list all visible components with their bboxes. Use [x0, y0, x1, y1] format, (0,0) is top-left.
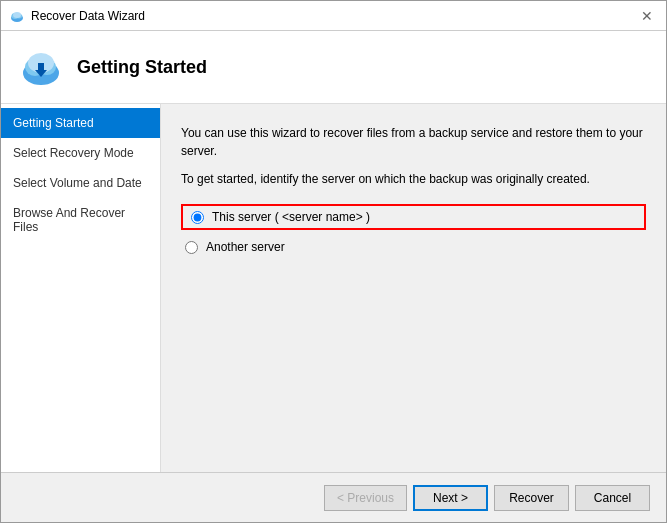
footer: < Previous Next > Recover Cancel	[1, 472, 666, 522]
another-server-label: Another server	[206, 240, 285, 254]
header-section: Getting Started	[1, 31, 666, 104]
previous-button[interactable]: < Previous	[324, 485, 407, 511]
sidebar-item-getting-started[interactable]: Getting Started	[1, 108, 160, 138]
description-1: You can use this wizard to recover files…	[181, 124, 646, 160]
app-icon	[9, 8, 25, 24]
svg-rect-9	[38, 63, 44, 71]
title-bar-left: Recover Data Wizard	[9, 8, 145, 24]
header-icon	[17, 43, 65, 91]
this-server-label: This server ( <server name> )	[212, 210, 370, 224]
svg-point-3	[13, 12, 21, 18]
sidebar-item-recovery-mode[interactable]: Select Recovery Mode	[1, 138, 160, 168]
sidebar: Getting Started Select Recovery Mode Sel…	[1, 104, 161, 472]
main-panel: You can use this wizard to recover files…	[161, 104, 666, 472]
this-server-option-container: This server ( <server name> )	[181, 204, 646, 230]
title-bar: Recover Data Wizard ✕	[1, 1, 666, 31]
recover-button[interactable]: Recover	[494, 485, 569, 511]
wizard-window: Recover Data Wizard ✕ Getting Started Ge…	[0, 0, 667, 523]
another-server-option[interactable]: Another server	[181, 240, 646, 254]
sidebar-item-browse-recover[interactable]: Browse And Recover Files	[1, 198, 160, 242]
another-server-radio[interactable]	[185, 241, 198, 254]
next-button[interactable]: Next >	[413, 485, 488, 511]
cancel-button[interactable]: Cancel	[575, 485, 650, 511]
window-title: Recover Data Wizard	[31, 9, 145, 23]
description-2: To get started, identify the server on w…	[181, 170, 646, 188]
content-area: Getting Started Select Recovery Mode Sel…	[1, 104, 666, 472]
server-radio-group: This server ( <server name> ) Another se…	[181, 204, 646, 254]
sidebar-item-volume-date[interactable]: Select Volume and Date	[1, 168, 160, 198]
this-server-option[interactable]: This server ( <server name> )	[191, 210, 370, 224]
close-button[interactable]: ✕	[636, 5, 658, 27]
this-server-radio[interactable]	[191, 211, 204, 224]
page-title: Getting Started	[77, 57, 207, 78]
